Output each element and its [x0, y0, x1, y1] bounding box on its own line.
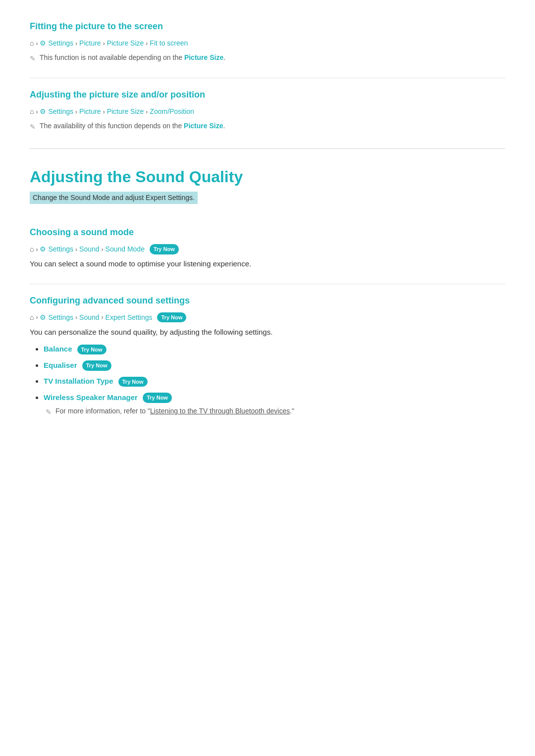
bc-zoomposition[interactable]: Zoom/Position — [150, 106, 194, 117]
wireless-sub-note: ✎ For more information, refer to "Listen… — [46, 406, 505, 417]
gear-icon-4: ⚙ — [40, 312, 46, 323]
try-now-badge-balance[interactable]: Try Now — [77, 345, 107, 355]
arrow-icon: › — [75, 107, 77, 116]
fitting-picture-note: ✎ This function is not available dependi… — [30, 52, 505, 64]
big-divider-1 — [30, 148, 505, 149]
fitting-picture-note-text: This function is not available depending… — [40, 52, 225, 63]
fitting-picture-title: Fitting the picture to the screen — [30, 20, 505, 33]
balance-link[interactable]: Balance — [44, 345, 72, 353]
gear-icon-3: ⚙ — [40, 244, 46, 254]
gear-icon: ⚙ — [40, 38, 46, 49]
bc-picturesize-1[interactable]: Picture Size — [107, 38, 144, 49]
home-icon-3: ⌂ — [30, 244, 34, 254]
arrow-icon: › — [103, 107, 105, 116]
bluetooth-link[interactable]: Listening to the TV through Bluetooth de… — [150, 407, 290, 415]
arrow-icon: › — [146, 107, 148, 116]
arrow-icon: › — [36, 39, 38, 48]
wireless-speaker-link[interactable]: Wireless Speaker Manager — [44, 393, 138, 402]
arrow-icon: › — [36, 313, 38, 322]
choosing-sound-title: Choosing a sound mode — [30, 226, 505, 239]
divider-2 — [30, 284, 505, 284]
adjusting-picture-note-text: The availability of this function depend… — [40, 121, 225, 131]
arrow-icon: › — [75, 313, 77, 322]
bc-picture-1[interactable]: Picture — [79, 38, 101, 49]
try-now-badge-tvinstall[interactable]: Try Now — [118, 377, 148, 387]
fitting-picture-breadcrumb: ⌂ › ⚙ Settings › Picture › Picture Size … — [30, 38, 505, 49]
bc-settings-2[interactable]: Settings — [48, 106, 73, 117]
arrow-icon: › — [36, 107, 38, 116]
note-icon-3: ✎ — [46, 407, 52, 417]
bc-settings-4[interactable]: Settings — [48, 312, 73, 323]
try-now-badge-equaliser[interactable]: Try Now — [82, 360, 111, 371]
note-icon-2: ✎ — [30, 122, 36, 132]
sound-quality-title: Adjusting the Sound Quality — [30, 165, 505, 189]
sound-quality-section: Adjusting the Sound Quality Change the S… — [30, 165, 505, 212]
list-item-balance: Balance Try Now — [44, 344, 505, 355]
sound-quality-subtitle: Change the Sound Mode and adjust Expert … — [30, 192, 198, 204]
arrow-icon: › — [146, 39, 148, 48]
tv-installation-link[interactable]: TV Installation Type — [44, 377, 113, 385]
try-now-badge-soundmode[interactable]: Try Now — [150, 244, 179, 254]
list-item-tv-installation: TV Installation Type Try Now — [44, 376, 505, 387]
note-icon-1: ✎ — [30, 53, 36, 64]
divider-1 — [30, 78, 505, 78]
home-icon: ⌂ — [30, 38, 34, 49]
choosing-sound-breadcrumb: ⌂ › ⚙ Settings › Sound › Sound Mode Try … — [30, 244, 505, 254]
equaliser-link[interactable]: Equaliser — [44, 361, 77, 369]
bc-picture-2[interactable]: Picture — [79, 106, 101, 117]
arrow-icon: › — [102, 313, 104, 322]
bc-settings-1[interactable]: Settings — [48, 38, 73, 49]
picture-size-highlight-1[interactable]: Picture Size — [184, 53, 223, 61]
advanced-settings-list: Balance Try Now Equaliser Try Now TV Ins… — [30, 344, 505, 417]
bc-picturesize-2[interactable]: Picture Size — [107, 106, 144, 117]
configuring-sound-title: Configuring advanced sound settings — [30, 294, 505, 307]
try-now-badge-wireless[interactable]: Try Now — [143, 393, 172, 403]
bc-settings-3[interactable]: Settings — [48, 244, 73, 254]
choosing-sound-body: You can select a sound mode to optimise … — [30, 258, 505, 270]
configuring-sound-breadcrumb: ⌂ › ⚙ Settings › Sound › Expert Settings… — [30, 312, 505, 323]
try-now-badge-expert[interactable]: Try Now — [157, 312, 186, 323]
configuring-sound-body: You can personalize the sound quaility, … — [30, 327, 505, 338]
adjusting-picture-breadcrumb: ⌂ › ⚙ Settings › Picture › Picture Size … — [30, 106, 505, 117]
bc-sound-2[interactable]: Sound — [79, 312, 99, 323]
list-item-wireless-speaker: Wireless Speaker Manager Try Now ✎ For m… — [44, 392, 505, 418]
adjusting-picture-title: Adjusting the picture size and/or positi… — [30, 88, 505, 101]
arrow-icon: › — [75, 39, 77, 48]
list-item-equaliser: Equaliser Try Now — [44, 360, 505, 371]
bc-soundmode[interactable]: Sound Mode — [106, 244, 145, 254]
arrow-icon: › — [102, 245, 104, 254]
fitting-picture-section: Fitting the picture to the screen ⌂ › ⚙ … — [30, 20, 505, 64]
adjusting-picture-note: ✎ The availability of this function depe… — [30, 121, 505, 132]
choosing-sound-section: Choosing a sound mode ⌂ › ⚙ Settings › S… — [30, 226, 505, 270]
home-icon-4: ⌂ — [30, 312, 34, 323]
adjusting-picture-section: Adjusting the picture size and/or positi… — [30, 88, 505, 132]
bc-expertsettings[interactable]: Expert Settings — [106, 312, 153, 323]
bc-sound-1[interactable]: Sound — [79, 244, 99, 254]
wireless-note-text: For more information, refer to "Listenin… — [55, 406, 294, 416]
configuring-sound-section: Configuring advanced sound settings ⌂ › … — [30, 294, 505, 418]
bc-fittoscreen[interactable]: Fit to screen — [150, 38, 188, 49]
picture-size-highlight-2[interactable]: Picture Size — [184, 122, 223, 130]
arrow-icon: › — [103, 39, 105, 48]
arrow-icon: › — [75, 245, 77, 254]
gear-icon-2: ⚙ — [40, 106, 46, 117]
arrow-icon: › — [36, 245, 38, 254]
home-icon-2: ⌂ — [30, 106, 34, 117]
